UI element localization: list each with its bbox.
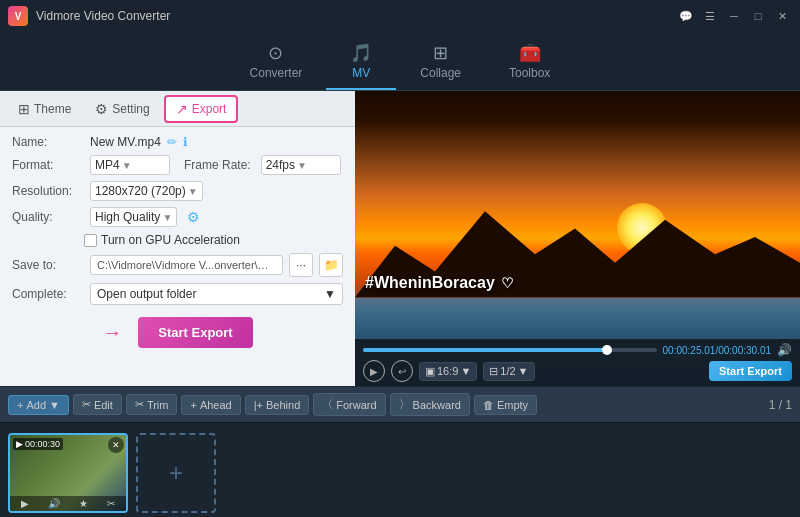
progress-track[interactable] <box>363 348 657 352</box>
sub-nav-setting[interactable]: ⚙ Setting <box>85 97 159 121</box>
edit-icon: ✂ <box>82 398 91 411</box>
save-path: C:\Vidmore\Vidmore V...onverter\MV Expor… <box>90 255 283 275</box>
volume-icon[interactable]: 🔊 <box>777 343 792 357</box>
progress-fill <box>363 348 607 352</box>
behind-button[interactable]: |+ Behind <box>245 395 310 415</box>
timeline-clip: ▶ 00:00:30 ▶ 🔊 ★ ✂ ✕ <box>8 433 128 513</box>
quality-gear-icon[interactable]: ⚙ <box>187 209 200 225</box>
copy-count-value: 1/2 <box>500 365 515 377</box>
tab-converter-label: Converter <box>250 66 303 80</box>
titlebar-controls: 💬 ☰ ─ □ ✕ <box>676 6 792 26</box>
add-arrow-icon: ▼ <box>49 399 60 411</box>
frame-rate-dropdown[interactable]: 24fps ▼ <box>261 155 341 175</box>
mv-icon: 🎵 <box>350 42 372 64</box>
sub-nav: ⊞ Theme ⚙ Setting ↗ Export <box>0 91 355 127</box>
trim-button[interactable]: ✂ Trim <box>126 394 178 415</box>
sub-nav-theme[interactable]: ⊞ Theme <box>8 97 81 121</box>
copy-arrow: ▼ <box>518 365 529 377</box>
tab-toolbox[interactable]: 🧰 Toolbox <box>485 36 574 90</box>
save-row: Save to: C:\Vidmore\Vidmore V...onverter… <box>12 253 343 277</box>
converter-icon: ⊙ <box>268 42 283 64</box>
edit-icon[interactable]: ✏ <box>167 135 177 149</box>
tab-toolbox-label: Toolbox <box>509 66 550 80</box>
start-export-small-button[interactable]: Start Export <box>709 361 792 381</box>
heart-icon: ♡ <box>501 275 514 291</box>
theme-icon: ⊞ <box>18 101 30 117</box>
sub-nav-theme-label: Theme <box>34 102 71 116</box>
backward-label: Backward <box>413 399 461 411</box>
aspect-ratio-dropdown[interactable]: ▣ 16:9 ▼ <box>419 362 477 381</box>
format-arrow-icon: ▼ <box>122 160 132 171</box>
time-total: 00:00:30.01 <box>718 345 771 356</box>
left-panel: ⊞ Theme ⚙ Setting ↗ Export Name: New MV.… <box>0 91 355 386</box>
time-display: 00:00:25.01/00:00:30.01 <box>663 345 771 356</box>
ahead-icon: + <box>190 399 196 411</box>
frame-rate-value: 24fps <box>266 158 295 172</box>
nav-tabs: ⊙ Converter 🎵 MV ⊞ Collage 🧰 Toolbox <box>0 32 800 91</box>
clip-star-icon[interactable]: ★ <box>79 498 88 509</box>
clip-controls-bar: ▶ 🔊 ★ ✂ <box>10 496 126 511</box>
sound-button[interactable]: ↩ <box>391 360 413 382</box>
resolution-dropdown[interactable]: 1280x720 (720p) ▼ <box>90 181 203 201</box>
aspect-ratio-icon: ▣ <box>425 365 435 378</box>
name-value: New MV.mp4 <box>90 135 161 149</box>
controls-bottom: ▶ ↩ ▣ 16:9 ▼ ⊟ 1/2 ▼ Start Export <box>363 360 792 382</box>
maximize-btn[interactable]: □ <box>748 6 768 26</box>
save-folder-btn[interactable]: 📁 <box>319 253 343 277</box>
add-button[interactable]: + Add ▼ <box>8 395 69 415</box>
quality-dropdown[interactable]: High Quality ▼ <box>90 207 177 227</box>
sub-nav-export[interactable]: ↗ Export <box>164 95 239 123</box>
watermark-label: #WheninBoracay <box>365 274 495 292</box>
clip-video-icon: ▶ <box>16 439 23 449</box>
name-row: Name: New MV.mp4 ✏ ℹ <box>12 135 343 149</box>
trim-label: Trim <box>147 399 169 411</box>
menu-icon-btn[interactable]: ☰ <box>700 6 720 26</box>
close-btn[interactable]: ✕ <box>772 6 792 26</box>
forward-button[interactable]: 〈 Forward <box>313 393 385 416</box>
quality-value: High Quality <box>95 210 160 224</box>
save-label: Save to: <box>12 258 84 272</box>
save-more-btn[interactable]: ··· <box>289 253 313 277</box>
ahead-button[interactable]: + Ahead <box>181 395 240 415</box>
tab-mv-label: MV <box>352 66 370 80</box>
app-icon: V <box>8 6 28 26</box>
gpu-checkbox[interactable] <box>84 234 97 247</box>
copy-count-dropdown[interactable]: ⊟ 1/2 ▼ <box>483 362 534 381</box>
start-export-main-button[interactable]: Start Export <box>138 317 252 348</box>
tab-collage[interactable]: ⊞ Collage <box>396 36 485 90</box>
resolution-value: 1280x720 (720p) <box>95 184 186 198</box>
format-dropdown[interactable]: MP4 ▼ <box>90 155 170 175</box>
export-icon: ↗ <box>176 101 188 117</box>
name-label: Name: <box>12 135 84 149</box>
behind-icon: |+ <box>254 399 263 411</box>
add-clip-button[interactable]: + <box>136 433 216 513</box>
complete-dropdown[interactable]: Open output folder ▼ <box>90 283 343 305</box>
backward-button[interactable]: 〉 Backward <box>390 393 470 416</box>
clip-play-icon[interactable]: ▶ <box>21 498 29 509</box>
tab-mv[interactable]: 🎵 MV <box>326 36 396 90</box>
play-button[interactable]: ▶ <box>363 360 385 382</box>
clip-cut-icon[interactable]: ✂ <box>107 498 115 509</box>
info-icon[interactable]: ℹ <box>183 135 188 149</box>
clip-duration: ▶ 00:00:30 <box>13 438 63 450</box>
clip-close-button[interactable]: ✕ <box>108 437 124 453</box>
format-row: Format: MP4 ▼ Frame Rate: 24fps ▼ <box>12 155 343 175</box>
edit-label: Edit <box>94 399 113 411</box>
sub-nav-setting-label: Setting <box>112 102 149 116</box>
resolution-arrow-icon: ▼ <box>188 186 198 197</box>
behind-label: Behind <box>266 399 300 411</box>
clip-sound-icon[interactable]: 🔊 <box>48 498 60 509</box>
collage-icon: ⊞ <box>433 42 448 64</box>
page-indicator: 1 / 1 <box>769 398 792 412</box>
edit-button[interactable]: ✂ Edit <box>73 394 122 415</box>
chat-icon-btn[interactable]: 💬 <box>676 6 696 26</box>
gpu-row: Turn on GPU Acceleration <box>84 233 343 247</box>
complete-value: Open output folder <box>97 287 196 301</box>
clip-duration-value: 00:00:30 <box>25 439 60 449</box>
minimize-btn[interactable]: ─ <box>724 6 744 26</box>
aspect-ratio-value: 16:9 <box>437 365 458 377</box>
tab-converter[interactable]: ⊙ Converter <box>226 36 327 90</box>
empty-button[interactable]: 🗑 Empty <box>474 395 537 415</box>
titlebar-left: V Vidmore Video Converter <box>8 6 170 26</box>
ahead-label: Ahead <box>200 399 232 411</box>
